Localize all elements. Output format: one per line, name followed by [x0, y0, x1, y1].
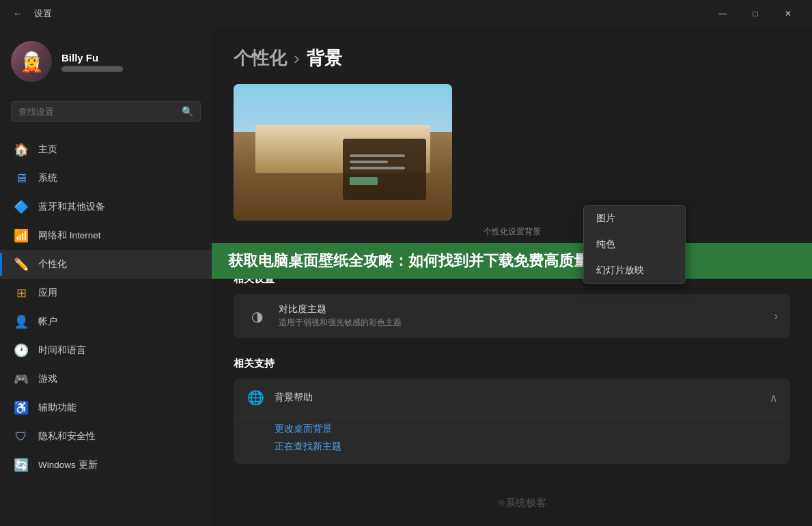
sidebar-label-accessibility: 辅助功能 — [38, 402, 76, 414]
back-button[interactable]: ← — [8, 4, 27, 23]
network-icon: 📶 — [14, 228, 29, 243]
sidebar-item-personalize[interactable]: ✏️ 个性化 — [0, 250, 212, 279]
page-header: 个性化 › 背景 — [212, 27, 812, 84]
time-icon: 🕐 — [14, 343, 29, 358]
search-icon: 🔍 — [182, 106, 193, 117]
sidebar-label-home: 主页 — [38, 143, 57, 156]
watermark: ⊙系统极客 — [497, 497, 546, 510]
privacy-icon: 🛡 — [14, 429, 29, 444]
maximize-button[interactable]: □ — [740, 3, 771, 25]
update-icon: 🔄 — [14, 458, 29, 473]
search-box[interactable]: 🔍 — [11, 101, 201, 122]
user-name: Billy Fu — [61, 52, 201, 64]
sidebar-item-bluetooth[interactable]: 🔷 蓝牙和其他设备 — [0, 193, 212, 221]
support-card: 🌐 背景帮助 ∧ 更改桌面背景 正在查找新主题 — [234, 378, 790, 464]
background-help-title: 背景帮助 — [275, 391, 760, 404]
banner-overlay: 获取电脑桌面壁纸全攻略：如何找到并下载免费高质量壁纸 — [212, 243, 812, 279]
contrast-subtitle: 适用于弱视和强光敏感的彩色主题 — [279, 317, 764, 329]
sidebar-label-bluetooth: 蓝牙和其他设备 — [38, 201, 105, 213]
find-themes-link[interactable]: 正在查找新主题 — [275, 441, 778, 453]
sidebar-item-home[interactable]: 🏠 主页 — [0, 135, 212, 164]
close-button[interactable]: ✕ — [772, 3, 804, 25]
personalize-section-label: 个性化设置背景 — [234, 226, 790, 238]
user-subtitle — [61, 66, 123, 72]
background-help-header[interactable]: 🌐 背景帮助 ∧ — [234, 378, 790, 417]
preview-area: 个性化设置背景 — [212, 84, 812, 254]
sidebar-nav: 🏠 主页 🖥 系统 🔷 蓝牙和其他设备 📶 网络和 Internet ✏️ 个性… — [0, 133, 212, 482]
sidebar-item-apps[interactable]: ⊞ 应用 — [0, 279, 212, 307]
contrast-icon: ◑ — [246, 305, 268, 327]
search-container: 🔍 — [0, 96, 212, 133]
games-icon: 🎮 — [14, 372, 29, 387]
window-controls: — □ ✕ — [707, 3, 804, 25]
breadcrumb: 个性化 › 背景 — [234, 46, 790, 70]
settings-card-contrast: ◑ 对比度主题 适用于弱视和强光敏感的彩色主题 › — [234, 294, 790, 338]
breadcrumb-separator: › — [294, 48, 300, 69]
accessibility-icon: ♿ — [14, 400, 29, 415]
change-background-link[interactable]: 更改桌面背景 — [275, 423, 778, 435]
breadcrumb-parent[interactable]: 个性化 — [234, 46, 287, 70]
sidebar-item-games[interactable]: 🎮 游戏 — [0, 365, 212, 393]
preview-dialog — [343, 139, 426, 200]
title-bar-left: ← 设置 — [8, 4, 52, 23]
sidebar-label-games: 游戏 — [38, 373, 57, 385]
contrast-title: 对比度主题 — [279, 303, 764, 316]
desktop-preview — [234, 84, 452, 221]
sidebar-item-network[interactable]: 📶 网络和 Internet — [0, 221, 212, 250]
personalize-icon: ✏️ — [14, 257, 29, 272]
bluetooth-icon: 🔷 — [14, 199, 29, 214]
window-title: 设置 — [34, 8, 52, 20]
sidebar-label-accounts: 帐户 — [38, 316, 57, 328]
dropdown-item-slideshow[interactable]: 幻灯片放映 — [584, 258, 685, 283]
dropdown-menu: 图片 纯色 幻灯片放映 — [583, 205, 686, 284]
sidebar-label-system: 系统 — [38, 172, 57, 184]
globe-icon: 🌐 — [246, 388, 265, 407]
sidebar-label-personalize: 个性化 — [38, 258, 67, 271]
dropdown-item-picture[interactable]: 图片 — [584, 206, 685, 232]
home-icon: 🏠 — [14, 142, 29, 157]
sidebar-item-system[interactable]: 🖥 系统 — [0, 164, 212, 193]
sidebar-item-update[interactable]: 🔄 Windows 更新 — [0, 451, 212, 480]
minimize-button[interactable]: — — [707, 3, 738, 25]
sidebar-label-update: Windows 更新 — [38, 459, 98, 471]
sidebar-label-time: 时间和语言 — [38, 344, 86, 357]
avatar: 🧝 — [11, 41, 52, 82]
related-support-title: 相关支持 — [234, 357, 790, 370]
related-settings-section: 相关设置 ◑ 对比度主题 适用于弱视和强光敏感的彩色主题 › — [212, 273, 812, 357]
title-bar: ← 设置 — □ ✕ — [0, 0, 812, 27]
sidebar-item-accounts[interactable]: 👤 帐户 — [0, 307, 212, 336]
sidebar-label-network: 网络和 Internet — [38, 230, 101, 242]
support-chevron: ∧ — [770, 391, 778, 404]
sidebar-item-time[interactable]: 🕐 时间和语言 — [0, 336, 212, 365]
related-support-section: 相关支持 🌐 背景帮助 ∧ 更改桌面背景 正在查找新主题 — [212, 357, 812, 477]
contrast-chevron: › — [774, 310, 778, 322]
sidebar-item-accessibility[interactable]: ♿ 辅助功能 — [0, 393, 212, 422]
breadcrumb-current: 背景 — [307, 46, 342, 70]
user-profile[interactable]: 🧝 Billy Fu — [0, 27, 212, 96]
sidebar: 🧝 Billy Fu 🔍 🏠 主页 🖥 系统 — [0, 27, 212, 526]
sidebar-label-privacy: 隐私和安全性 — [38, 430, 96, 443]
system-icon: 🖥 — [14, 171, 29, 186]
apps-icon: ⊞ — [14, 286, 29, 301]
contrast-theme-row[interactable]: ◑ 对比度主题 适用于弱视和强光敏感的彩色主题 › — [234, 294, 790, 338]
banner-text: 获取电脑桌面壁纸全攻略：如何找到并下载免费高质量壁纸 — [212, 251, 635, 271]
accounts-icon: 👤 — [14, 314, 29, 329]
sidebar-item-privacy[interactable]: 🛡 隐私和安全性 — [0, 422, 212, 451]
dropdown-item-solid[interactable]: 纯色 — [584, 232, 685, 258]
support-links: 更改桌面背景 正在查找新主题 — [234, 417, 790, 464]
sidebar-label-apps: 应用 — [38, 287, 57, 299]
search-input[interactable] — [18, 107, 176, 117]
